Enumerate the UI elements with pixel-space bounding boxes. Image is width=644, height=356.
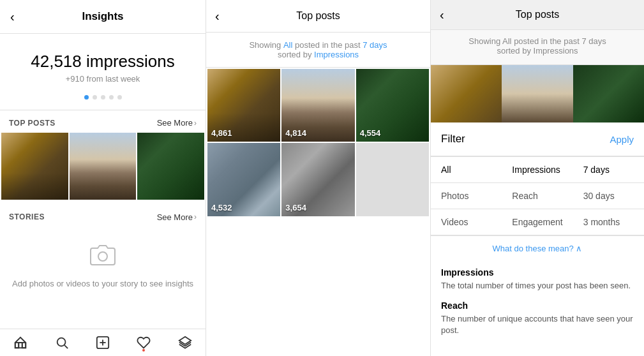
filter-panel-metric[interactable]: Impressions xyxy=(534,46,578,56)
dot-1 xyxy=(84,95,89,100)
apply-button[interactable]: Apply xyxy=(610,134,634,145)
filter-option-reach[interactable]: Reach xyxy=(502,183,573,209)
insights-header: ‹ Insights xyxy=(0,0,206,34)
post-thumb-3[interactable] xyxy=(137,133,204,200)
definitions-section: Impressions The total number of times yo… xyxy=(431,261,644,352)
post-thumb-1[interactable] xyxy=(1,133,68,200)
bottom-nav xyxy=(0,329,206,356)
top-posts-section-header: TOP POSTS See More › xyxy=(0,110,206,133)
filter-option-photos[interactable]: Photos xyxy=(431,183,502,209)
svg-point-2 xyxy=(57,338,65,346)
thumb-strip-3 xyxy=(573,65,644,122)
post-item-1[interactable]: 4,861 xyxy=(207,69,280,142)
post-count-1: 4,861 xyxy=(211,128,232,138)
post-item-5[interactable]: 3,654 xyxy=(281,143,354,216)
filter-option-videos[interactable]: Videos xyxy=(431,209,502,235)
top-posts-panel: ‹ Top posts Showing All posted in the pa… xyxy=(206,0,431,356)
filter-panel-period[interactable]: 7 days xyxy=(581,36,606,46)
filter-panel: ‹ Top posts Showing All posted in the pa… xyxy=(431,0,644,356)
svg-line-3 xyxy=(64,345,68,348)
thumb-strip-1 xyxy=(431,65,502,122)
filter-action-bar: Filter Apply xyxy=(431,122,644,156)
search-nav-icon[interactable] xyxy=(55,336,69,350)
stories-section-header: STORIES See More › xyxy=(0,205,206,227)
top-posts-see-more[interactable]: See More › xyxy=(157,118,197,128)
layers-nav-icon[interactable] xyxy=(178,336,192,350)
dot-2 xyxy=(93,95,97,100)
post-count-4: 4,532 xyxy=(211,203,232,212)
top-posts-filter-text: Showing All posted in the past 7 days so… xyxy=(206,33,430,68)
filter-options-section: All Impressions 7 days Photos Reach 30 d… xyxy=(431,157,644,235)
filter-period[interactable]: 7 days xyxy=(363,40,387,50)
filter-row-1: All Impressions 7 days xyxy=(431,157,644,183)
home-nav-icon[interactable] xyxy=(13,336,27,350)
dot-5 xyxy=(117,95,122,100)
filter-row-3: Videos Engagement 3 months xyxy=(431,209,644,235)
stories-empty-text: Add photos or videos to your story to se… xyxy=(12,279,193,288)
svg-rect-1 xyxy=(15,343,26,348)
post-thumb-2[interactable] xyxy=(70,133,137,200)
thumb-strip-2 xyxy=(502,65,573,122)
stories-empty: Add photos or videos to your story to se… xyxy=(0,227,206,304)
filter-back-icon[interactable]: ‹ xyxy=(440,8,444,22)
filter-row-2: Photos Reach 30 days xyxy=(431,183,644,209)
back-icon[interactable]: ‹ xyxy=(10,10,15,24)
filter-option-30days[interactable]: 30 days xyxy=(573,183,644,209)
filter-panel-all[interactable]: All xyxy=(502,36,511,46)
stories-section: STORIES See More › Add photos or videos … xyxy=(0,205,206,304)
stories-label: STORIES xyxy=(9,212,45,221)
camera-icon xyxy=(89,242,116,272)
filter-panel-title: Top posts xyxy=(516,9,559,20)
impressions-number: 42,518 impressions xyxy=(31,52,174,71)
def-reach-title: Reach xyxy=(441,300,634,311)
filter-metric[interactable]: Impressions xyxy=(314,50,359,59)
dot-4 xyxy=(109,95,114,100)
filter-option-engagement[interactable]: Engagement xyxy=(502,209,573,235)
add-nav-icon[interactable] xyxy=(96,336,110,350)
what-means-link[interactable]: What do these mean? ∧ xyxy=(431,236,644,261)
impressions-section: 42,518 impressions +910 from last week xyxy=(0,34,206,110)
top-posts-header: ‹ Top posts xyxy=(206,0,430,33)
insights-title: Insights xyxy=(82,10,123,23)
def-reach-text: The number of unique accounts that have … xyxy=(441,313,634,336)
post-item-3[interactable]: 4,554 xyxy=(356,69,429,142)
def-impressions-title: Impressions xyxy=(441,267,634,278)
filter-option-impressions[interactable]: Impressions xyxy=(502,157,573,182)
post-item-6 xyxy=(356,143,429,216)
post-count-5: 3,654 xyxy=(285,203,306,212)
insights-panel: ‹ Insights 42,518 impressions +910 from … xyxy=(0,0,206,356)
def-impressions-text: The total number of times your post has … xyxy=(441,280,634,292)
svg-point-0 xyxy=(98,252,107,261)
post-count-3: 4,554 xyxy=(360,128,381,138)
filter-label: Filter xyxy=(441,133,465,145)
filter-all[interactable]: All xyxy=(283,40,292,50)
see-more-chevron-icon: › xyxy=(194,119,197,128)
top-posts-title: Top posts xyxy=(296,10,340,22)
filter-option-all[interactable]: All xyxy=(431,157,502,182)
dots-indicator xyxy=(84,95,122,100)
post-count-2: 4,814 xyxy=(285,128,306,138)
post-item-2[interactable]: 4,814 xyxy=(281,69,354,142)
posts-grid: 4,861 4,814 4,554 4,532 3,654 xyxy=(206,68,430,218)
top-posts-label: TOP POSTS xyxy=(9,119,56,128)
stories-chevron-icon: › xyxy=(194,212,197,221)
filter-thumb-strip xyxy=(431,65,644,122)
stories-see-more[interactable]: See More › xyxy=(157,212,197,222)
post-item-4[interactable]: 4,532 xyxy=(207,143,280,216)
top-posts-grid xyxy=(0,133,206,200)
filter-subtitle: Showing All posted in the past 7 days so… xyxy=(431,30,644,65)
filter-option-7days[interactable]: 7 days xyxy=(573,157,644,182)
filter-panel-header: ‹ Top posts xyxy=(431,0,644,30)
filter-option-3months[interactable]: 3 months xyxy=(573,209,644,235)
impressions-change: +910 from last week xyxy=(66,74,140,84)
top-posts-back-icon[interactable]: ‹ xyxy=(215,9,220,24)
heart-nav-icon[interactable] xyxy=(137,336,151,350)
dot-3 xyxy=(101,95,105,100)
